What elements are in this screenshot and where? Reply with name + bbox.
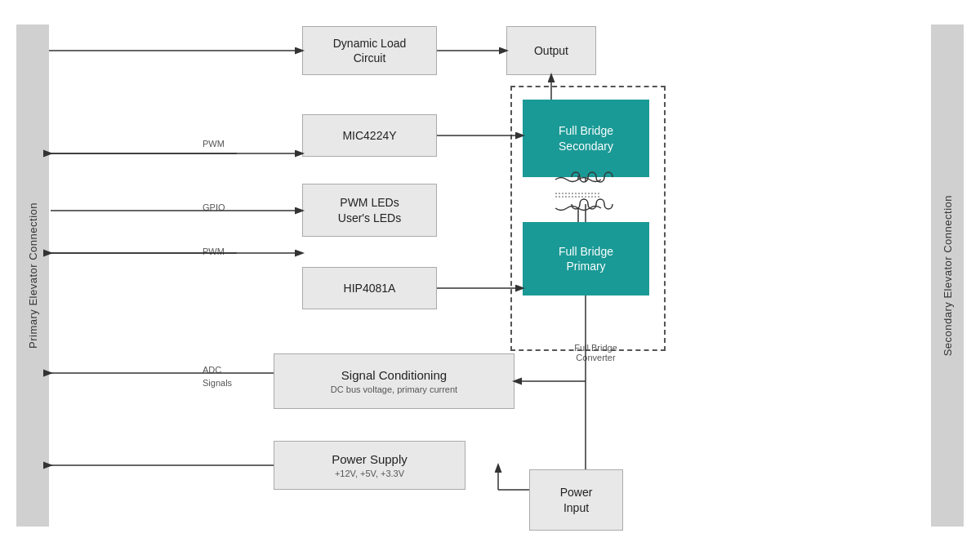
mic4224y-block: MIC4224Y: [302, 114, 437, 157]
diagram-container: Primary Elevator Connection Secondary El…: [0, 0, 980, 551]
signal-conditioning-block: Signal Conditioning DC bus voltage, prim…: [274, 353, 514, 409]
power-supply-label: Power Supply +12V, +5V, +3.3V: [332, 451, 408, 479]
output-block: Output: [506, 26, 596, 75]
dynamic-load-block: Dynamic LoadCircuit: [302, 26, 437, 75]
pwm-leds-block: PWM LEDsUser's LEDs: [302, 184, 437, 237]
power-input-label: PowerInput: [560, 485, 593, 514]
power-supply-block: Power Supply +12V, +5V, +3.3V: [274, 441, 466, 490]
dynamic-load-label: Dynamic LoadCircuit: [333, 36, 407, 65]
sidebar-left: Primary Elevator Connection: [16, 24, 49, 527]
dashed-box: [510, 86, 666, 351]
hip4081a-label: HIP4081A: [344, 281, 396, 295]
mic4224y-label: MIC4224Y: [342, 128, 396, 143]
power-input-block: PowerInput: [529, 469, 623, 531]
signal-conditioning-label: Signal Conditioning DC bus voltage, prim…: [331, 367, 457, 395]
connections-svg: [0, 0, 980, 551]
gpio-label: GPIO: [203, 202, 225, 212]
pwm-leds-label: PWM LEDsUser's LEDs: [338, 195, 401, 224]
pwm-bottom-label: PWM: [203, 247, 225, 256]
sidebar-right-label: Secondary Elevator Connection: [942, 195, 954, 356]
output-label: Output: [534, 43, 568, 58]
sidebar-left-label: Primary Elevator Connection: [27, 202, 39, 349]
full-bridge-converter-label: Full BridgeConverter: [532, 343, 659, 362]
hip4081a-block: HIP4081A: [302, 267, 437, 309]
signals-label: Signals: [203, 378, 232, 388]
pwm-top-label: PWM: [203, 139, 225, 149]
adc-label: ADC: [203, 365, 221, 375]
sidebar-right: Secondary Elevator Connection: [931, 24, 964, 527]
